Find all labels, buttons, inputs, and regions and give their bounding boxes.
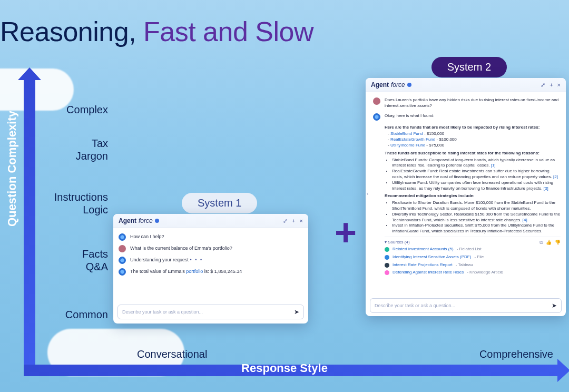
bot-avatar-icon [119, 257, 126, 264]
strategy-text: Reallocate to Shorter Duration Bonds. Mo… [392, 200, 555, 211]
bot-message: How can I help? [130, 233, 303, 240]
source-dot-icon [385, 270, 389, 275]
source-dot-icon [385, 255, 389, 260]
user-avatar-icon [373, 97, 380, 105]
fund-link[interactable]: StableBond Fund [390, 131, 423, 136]
system2-panel: Agentforce ⤢ + × ‹ Does Lauren's portfol… [366, 78, 566, 316]
expand-icon[interactable]: ⤢ [541, 82, 545, 89]
brand-dot-icon [407, 83, 411, 87]
chat-row: The total value of Emma's portfolio is: … [119, 266, 303, 278]
citation-link[interactable]: [3] [544, 186, 548, 191]
sources-section: ▾ Sources (4) ⧉ 👍 👎 Related Investment A… [385, 237, 561, 277]
page-title: Reasoning, Fast and Slow [0, 16, 313, 47]
title-part2: Fast and Slow [143, 16, 313, 47]
strategy-text: Diversify into Technology Sector. Reallo… [392, 212, 560, 222]
brand-suffix: force [139, 217, 153, 224]
y-tick-common: Common [40, 308, 108, 321]
close-icon[interactable]: × [300, 218, 303, 224]
expand-icon[interactable]: ⤢ [283, 218, 288, 224]
plus-small-icon[interactable]: + [550, 82, 553, 89]
bot-avatar-icon [119, 233, 126, 241]
bot-avatar-icon [119, 268, 126, 276]
chat-row: What is the current balance of Emma's po… [119, 243, 303, 254]
list-item: Diversify into Technology Sector. Reallo… [392, 212, 561, 223]
sources-header[interactable]: ▾ Sources (4) ⧉ 👍 👎 [385, 239, 561, 246]
fund-link[interactable]: UtilityIncome Fund [390, 143, 425, 148]
send-icon[interactable]: ➤ [294, 308, 299, 316]
x-tick-conversational: Conversational [137, 348, 207, 360]
feedback-icons: ⧉ 👍 👎 [539, 239, 561, 246]
fund-amount: $75,000 [429, 143, 444, 148]
bot-message: The total value of Emma's portfolio is: … [130, 268, 303, 275]
source-type: - Knowledge Article [467, 270, 503, 276]
citation-link[interactable]: [1] [491, 163, 496, 168]
source-type: - Tableau [456, 262, 473, 268]
user-avatar-icon [119, 245, 126, 252]
system1-pill: System 1 [182, 193, 257, 213]
list-item: Reallocate to Shorter Duration Bonds. Mo… [392, 200, 561, 212]
chat-row: Does Lauren's portfolio have any hidden … [373, 95, 561, 111]
copy-icon[interactable]: ⧉ [539, 239, 543, 246]
bot-intro: Okay, here is what I found: [385, 113, 561, 119]
composer[interactable]: Describe your task or ask a question... … [117, 305, 304, 319]
close-icon[interactable]: × [557, 82, 561, 89]
user-message: What is the current balance of Emma's po… [130, 245, 303, 251]
y-tick-complex: Complex [40, 103, 108, 116]
sources-toggle[interactable]: ▾ Sources (4) [385, 240, 410, 246]
typing-dots-icon: • • • [190, 257, 203, 262]
source-type: - Related List [457, 247, 482, 252]
brand-label: Agentforce [119, 217, 159, 224]
reasons-list: StableBond Funds: Composed of long-term … [392, 158, 561, 192]
source-item[interactable]: Interest Rate Projections Report - Table… [385, 261, 561, 269]
chat-body: How can I help? What is the current bala… [113, 228, 308, 281]
strategies-list: Reallocate to Shorter Duration Bonds. Mo… [392, 200, 561, 234]
list-item: UtilityIncome Fund: Utility companies of… [392, 180, 561, 192]
source-dot-icon [385, 247, 389, 252]
list-item: RealEstateGrowth Fund: Real estate inves… [392, 169, 561, 180]
fund-amount: $150,000 [427, 131, 444, 136]
composer[interactable]: Describe your task or ask a question... … [370, 298, 562, 313]
thumbs-down-icon[interactable]: 👎 [555, 239, 561, 246]
source-item[interactable]: Defending Against Interest Rate Rises - … [385, 269, 561, 277]
x-axis-label: Response Style [241, 361, 328, 375]
citation-link[interactable]: [2] [553, 174, 558, 179]
fund-link[interactable]: RealEstateGrowth Fund [390, 137, 435, 142]
bot-avatar-icon [373, 113, 380, 121]
portfolio-link[interactable]: portfolio [186, 269, 203, 274]
bot-message: Understanding your request • • • [130, 257, 303, 263]
plus-small-icon[interactable]: + [292, 218, 295, 224]
bot-body: Here are the funds that are most likely … [385, 125, 561, 277]
send-icon[interactable]: ➤ [552, 302, 557, 309]
source-item[interactable]: Related Investment Accounts (5) - Relate… [385, 246, 561, 253]
msg-text: is: $ 1,858,245.34 [203, 269, 242, 274]
reason-text: RealEstateGrowth Fund: Real estate inves… [392, 169, 552, 179]
plus-icon: + [335, 211, 357, 254]
thumbs-up-icon[interactable]: 👍 [546, 239, 552, 246]
chat-row: How can I help? [119, 231, 303, 243]
collapse-chevron-icon[interactable]: ‹ [367, 191, 368, 197]
brand-text: Agent [119, 217, 136, 224]
y-tick-tax: TaxJargon [40, 137, 108, 162]
source-item[interactable]: Identifying Interest Sensitive Assets (P… [385, 253, 561, 261]
reason-text: StableBond Funds: Composed of long-term … [392, 158, 555, 168]
source-dot-icon [385, 263, 389, 268]
list-item: StableBond Fund - $150,000 [388, 131, 561, 137]
y-axis-arrow-icon [24, 79, 35, 366]
composer-placeholder: Describe your task or ask a question... [122, 309, 203, 315]
chat-body: ‹ Does Lauren's portfolio have any hidde… [366, 92, 566, 295]
chat-row: Understanding your request • • • [119, 254, 303, 266]
sources-label: Sources (4) [388, 240, 409, 244]
panel-header: Agentforce ⤢ + × [113, 214, 308, 228]
citation-link[interactable]: [4] [523, 218, 527, 222]
source-name: Defending Against Interest Rate Rises [393, 270, 464, 276]
list-item: Invest in Inflation-Protected Securities… [392, 223, 561, 234]
section-heading: These funds are susceptible to rising in… [385, 151, 561, 156]
strategy-text: Invest in Inflation-Protected Securities… [392, 223, 554, 233]
system2-pill: System 2 [431, 57, 507, 77]
source-type: - File [474, 254, 484, 260]
title-part1: Reasoning, [0, 16, 143, 47]
panel-head-icons: ⤢ + × [283, 218, 303, 224]
panel-head-icons: ⤢ + × [541, 82, 561, 89]
list-item: UtilityIncome Fund - $75,000 [388, 143, 561, 149]
y-axis-label: Question Complexity [5, 111, 19, 227]
